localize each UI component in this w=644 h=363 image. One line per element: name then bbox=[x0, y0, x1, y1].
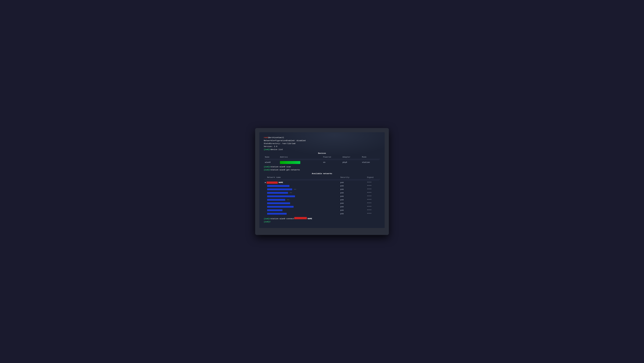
network-row-2: psk **** bbox=[264, 184, 380, 188]
security-8: psk bbox=[339, 205, 366, 209]
prompt-line-4: [iwd]# station wlan0 get-networks bbox=[264, 169, 380, 171]
security-4: psk bbox=[339, 191, 366, 195]
network-row-8: psk **** bbox=[264, 205, 380, 209]
col-powered: Powered bbox=[322, 155, 341, 159]
networks-title: Available networks bbox=[264, 172, 380, 175]
redacted-blue-4 bbox=[267, 192, 288, 194]
security-9: psk bbox=[339, 209, 366, 212]
security-1: psk bbox=[339, 181, 366, 184]
redacted-blue-3 bbox=[267, 188, 292, 190]
cmd5-name: NAME bbox=[308, 217, 312, 220]
security-10: psk bbox=[339, 212, 366, 216]
cmd5-prefix: station wlan0 connect bbox=[270, 217, 294, 220]
cmd1: iwctl bbox=[278, 136, 284, 139]
iwd-hash-5: # bbox=[270, 217, 270, 220]
signal-1: **** bbox=[366, 181, 380, 184]
iwd-hash-2: # bbox=[270, 148, 270, 151]
connect-redacted bbox=[294, 217, 307, 219]
network-name-2 bbox=[264, 184, 339, 188]
network-name-6: ── bbox=[264, 198, 339, 202]
security-2: psk bbox=[339, 184, 366, 188]
at-sign: @ bbox=[268, 136, 269, 139]
prompt-symbol: # bbox=[277, 136, 278, 139]
network-name-4: ── bbox=[264, 191, 339, 195]
redacted-blue-8 bbox=[267, 206, 294, 208]
network-label-1: NAME bbox=[278, 181, 283, 184]
col-name: Name bbox=[264, 155, 279, 159]
mac-address-hidden bbox=[280, 161, 300, 164]
cmd2: device list bbox=[270, 148, 283, 151]
device-adapter-cell: phy0 bbox=[341, 161, 361, 164]
security-5: psk bbox=[339, 195, 366, 198]
signal-8: **** bbox=[366, 205, 380, 209]
devices-title: Devices bbox=[264, 152, 380, 155]
devices-table: Name Address Powered Adapter Mode wlan0 bbox=[264, 155, 380, 164]
state-dir-line: StateDirectory: /var/lib/iwd bbox=[264, 142, 380, 145]
col-adapter: Adapter bbox=[341, 155, 361, 159]
network-name-10 bbox=[264, 212, 339, 216]
security-7: psk bbox=[339, 202, 366, 205]
security-3: psk bbox=[339, 188, 366, 191]
iwd-hash-final: # bbox=[270, 220, 270, 223]
devices-section: Devices Name Address Powered Adapter Mod… bbox=[264, 152, 380, 164]
network-row-6: ── psk **** bbox=[264, 198, 380, 202]
signal-5: **** bbox=[366, 195, 380, 198]
iwd-prompt-4: [iwd] bbox=[264, 169, 270, 171]
device-address-cell bbox=[279, 161, 322, 164]
hostname: archiso bbox=[270, 136, 278, 139]
signal-3: **** bbox=[366, 188, 380, 191]
iwd-prompt-final: [iwd] bbox=[264, 220, 270, 223]
network-row-3: ── psk **** bbox=[264, 188, 380, 191]
prompt-line-1: root@archiso # iwctl bbox=[264, 136, 380, 139]
laptop-frame: root@archiso # iwctl NetworkConfiguratio… bbox=[255, 128, 389, 235]
col-address: Address bbox=[279, 155, 322, 159]
col-signal: Signal bbox=[366, 176, 380, 179]
security-6: psk bbox=[339, 198, 366, 202]
col-mode: Mode bbox=[361, 155, 380, 159]
username: root bbox=[264, 136, 268, 139]
device-powered-cell: on bbox=[322, 161, 341, 164]
network-row-4: ── psk **** bbox=[264, 191, 380, 195]
cmd4: station wlan0 get-networks bbox=[270, 169, 300, 171]
col-network-name: Network name bbox=[264, 176, 339, 179]
cmd3: station wlan0 scan bbox=[270, 165, 291, 168]
signal-9: **** bbox=[366, 209, 380, 212]
screen: root@archiso # iwctl NetworkConfiguratio… bbox=[259, 132, 385, 228]
prompt-line-5: [iwd]# station wlan0 connect NAME bbox=[264, 217, 380, 220]
iwd-hash-4: # bbox=[270, 169, 270, 171]
redacted-blue-6 bbox=[267, 199, 285, 201]
signal-2: **** bbox=[366, 184, 380, 188]
prompt-line-2: [iwd]# device list bbox=[264, 148, 380, 151]
network-row-5: psk **** bbox=[264, 195, 380, 198]
network-config-line: NetworkConfigurationEnabled: disabled bbox=[264, 139, 380, 142]
device-row bbox=[264, 159, 380, 161]
terminal: root@archiso # iwctl NetworkConfiguratio… bbox=[264, 136, 380, 223]
col-security: Security bbox=[339, 176, 366, 179]
network-name-3: ── bbox=[264, 188, 339, 191]
suffix-3: ── bbox=[294, 188, 296, 190]
network-name-1: ▶ NAME bbox=[264, 181, 339, 184]
suffix-4: ── bbox=[290, 192, 292, 194]
prompt-line-final: [iwd]# bbox=[264, 220, 380, 223]
networks-table: Network name Security Signal ▶ bbox=[264, 176, 380, 216]
redacted-blue-2 bbox=[267, 185, 290, 187]
network-row-9: psk **** bbox=[264, 209, 380, 212]
redacted-blue-9 bbox=[267, 209, 282, 211]
redacted-blue-10 bbox=[267, 213, 286, 215]
iwd-hash-3: # bbox=[270, 165, 270, 168]
network-name-8 bbox=[264, 205, 339, 209]
arrow-icon: ▶ bbox=[265, 181, 266, 184]
network-name-5 bbox=[264, 195, 339, 198]
signal-4: **** bbox=[366, 191, 380, 195]
prompt-line-3: [iwd]# station wlan0 scan bbox=[264, 165, 380, 168]
network-name-7 bbox=[264, 202, 339, 205]
device-name-cell: wlan0 bbox=[264, 161, 279, 164]
redacted-blue-5 bbox=[267, 195, 295, 197]
redacted-red-1 bbox=[266, 181, 278, 184]
network-row-1: ▶ NAME psk **** bbox=[264, 181, 380, 184]
iwd-prompt-3: [iwd] bbox=[264, 165, 270, 168]
iwd-prompt-5: [iwd] bbox=[264, 217, 270, 220]
network-row-10: psk **** bbox=[264, 212, 380, 216]
redacted-blue-7 bbox=[267, 202, 290, 204]
signal-10: **** bbox=[366, 212, 380, 216]
